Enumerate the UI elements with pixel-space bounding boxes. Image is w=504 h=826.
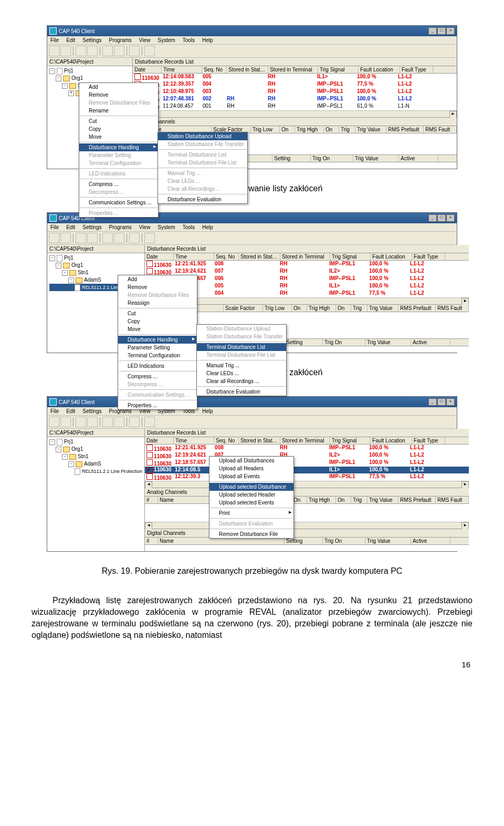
tree-toggle-icon[interactable]: - bbox=[56, 263, 61, 269]
tool-btn-1[interactable] bbox=[49, 417, 59, 427]
menu-item[interactable]: Copy bbox=[79, 125, 158, 133]
menu-item[interactable]: Upload selected Disturbance bbox=[209, 483, 293, 491]
menu-item[interactable]: Copy bbox=[118, 317, 197, 325]
menu-item[interactable]: Disturbance Evaluation bbox=[158, 195, 247, 203]
menu-help[interactable]: Help bbox=[201, 224, 215, 231]
menu-item[interactable]: Upload all Headers bbox=[209, 464, 293, 472]
tree-org[interactable]: Org1 bbox=[71, 446, 83, 453]
tool-btn-7[interactable] bbox=[129, 417, 140, 427]
tool-btn-2[interactable] bbox=[60, 233, 71, 243]
menu-item[interactable]: Manual Trig ... bbox=[158, 169, 247, 177]
menu-item[interactable]: Remove Disturbance Files bbox=[118, 291, 197, 299]
table-row[interactable]: 11063011:24:08.457001RHRHIMP--PSL161,0 %… bbox=[133, 103, 457, 110]
menu-help[interactable]: Help bbox=[201, 408, 215, 415]
close-button[interactable]: × bbox=[446, 398, 455, 406]
tree-stn[interactable]: Stn1 bbox=[78, 453, 89, 460]
tree-root[interactable]: Prj1 bbox=[64, 438, 74, 446]
menu-item[interactable]: Cut bbox=[118, 309, 197, 317]
menu-item[interactable]: Upload selected Header bbox=[209, 491, 293, 499]
menu-settings[interactable]: Settings bbox=[81, 224, 103, 231]
menu-settings[interactable]: Settings bbox=[81, 37, 103, 44]
menu-item[interactable]: Remove Disturbance Files bbox=[79, 99, 158, 107]
close-button[interactable]: × bbox=[446, 27, 455, 35]
tree-sub[interactable]: AdamS bbox=[84, 460, 101, 468]
scroll-right-icon[interactable]: ► bbox=[461, 298, 469, 305]
tree-sub[interactable]: AdamS bbox=[84, 276, 101, 284]
tree-toggle-icon[interactable]: - bbox=[62, 454, 68, 460]
menu-item[interactable]: Terminal Disturbance List bbox=[197, 343, 286, 351]
menu-item[interactable]: LED Indications bbox=[79, 170, 158, 178]
maximize-button[interactable]: □ bbox=[437, 214, 446, 222]
table-row[interactable]: 11063012:07:48.381002RHRHIMP--PSL1100,0 … bbox=[133, 96, 457, 103]
menu-item[interactable]: Move bbox=[118, 325, 197, 333]
menu-programs[interactable]: Programs bbox=[108, 224, 133, 231]
tree-toggle-icon[interactable]: - bbox=[56, 76, 61, 81]
menu-settings[interactable]: Settings bbox=[81, 408, 103, 415]
table-row[interactable]: 11063012:21:41.925008RHIMP--PSL1100,0 %L… bbox=[145, 261, 469, 268]
menu-tools[interactable]: Tools bbox=[181, 224, 196, 231]
table-row[interactable]: 11063012:19:24.621007RHIL2>100,0 %L1-L2 bbox=[145, 452, 469, 459]
tree-terminal[interactable]: REL5111.2.1 Line Protection bbox=[82, 468, 142, 475]
tool-btn-5[interactable] bbox=[102, 417, 113, 427]
menu-item[interactable]: Rename bbox=[79, 107, 158, 115]
tree-toggle-icon[interactable]: - bbox=[68, 461, 74, 467]
tool-btn-1[interactable] bbox=[49, 233, 59, 243]
menu-item[interactable]: Terminal Configuration bbox=[118, 352, 197, 359]
context-menu-main[interactable]: AddRemoveRemove Disturbance FilesRenameC… bbox=[79, 82, 159, 218]
menu-item[interactable]: Terminal Disturbance File List bbox=[158, 159, 247, 167]
tree-root[interactable]: Prj1 bbox=[64, 254, 74, 262]
menu-item[interactable]: Terminal Disturbance List bbox=[158, 151, 247, 159]
table-row[interactable]: 11063012:21:41.925008RHIMP--PSL1100,0 %L… bbox=[145, 445, 469, 452]
menu-item[interactable]: Print bbox=[209, 509, 293, 517]
scroll-right-icon[interactable]: ► bbox=[461, 522, 469, 530]
tool-btn-2[interactable] bbox=[60, 46, 71, 56]
menu-item[interactable]: Decompress ... bbox=[79, 188, 158, 196]
table-row[interactable]: 11063012:10:48.975003RHIMP--PSL1100,0 %L… bbox=[133, 88, 457, 96]
scroll-right-icon[interactable]: ► bbox=[449, 111, 457, 118]
menu-item[interactable]: Clear all Recordings ... bbox=[197, 377, 286, 385]
minimize-button[interactable]: _ bbox=[428, 214, 437, 222]
close-button[interactable]: × bbox=[446, 214, 455, 222]
table-row[interactable]: 11063012:14:08.5RHIL1>100,0 %L1-L2 bbox=[145, 467, 469, 473]
tree-toggle-icon[interactable]: - bbox=[49, 255, 55, 261]
menu-item[interactable]: Communication Settings ... bbox=[79, 199, 158, 206]
scroll-left-icon[interactable]: ◄ bbox=[145, 481, 152, 489]
menu-item[interactable]: Disturbance Evaluation bbox=[197, 388, 286, 396]
tree-toggle-icon[interactable]: - bbox=[49, 439, 55, 445]
tool-btn-8[interactable] bbox=[144, 233, 155, 243]
menu-item[interactable]: Disturbance Evaluation bbox=[209, 520, 293, 528]
tool-btn-4[interactable] bbox=[87, 417, 98, 427]
menu-item[interactable]: Disturbance Handling bbox=[118, 336, 197, 344]
table-row[interactable]: 11063012:12:39.3RHIMP--PSL177,5 %L1-L2 bbox=[145, 473, 469, 481]
menu-item[interactable]: Disturbance Handling bbox=[79, 143, 158, 151]
menu-item[interactable]: Remove bbox=[118, 283, 197, 291]
context-menu-main[interactable]: AddRemoveRemove Disturbance FilesReassig… bbox=[118, 275, 197, 410]
minimize-button[interactable]: _ bbox=[428, 27, 437, 35]
menu-item[interactable]: Compress ... bbox=[79, 180, 158, 188]
menu-item[interactable]: Upload selected Events bbox=[209, 499, 293, 507]
minimize-button[interactable]: _ bbox=[428, 398, 437, 406]
menu-item[interactable]: Reassign bbox=[118, 299, 197, 307]
tree-toggle-icon[interactable]: - bbox=[56, 447, 61, 452]
menu-item[interactable]: LED Indications bbox=[118, 362, 197, 370]
menu-item[interactable]: Add bbox=[79, 83, 158, 91]
menu-item[interactable]: Move bbox=[79, 133, 158, 141]
menu-view[interactable]: View bbox=[138, 37, 152, 44]
context-menu-record[interactable]: Upload all DisturbancesUpload all Header… bbox=[209, 456, 294, 539]
menu-file[interactable]: File bbox=[49, 37, 60, 44]
tool-btn-2[interactable] bbox=[60, 417, 71, 427]
menu-file[interactable]: File bbox=[49, 408, 60, 415]
tool-btn-4[interactable] bbox=[87, 233, 98, 243]
table-row[interactable]: 11063012:12:39.357004RHIMP--PSL177,5 %L1… bbox=[133, 81, 457, 88]
menu-item[interactable]: Compress ... bbox=[118, 373, 197, 380]
menu-item[interactable]: Clear LEDs ... bbox=[158, 177, 247, 185]
menu-programs[interactable]: Programs bbox=[108, 37, 133, 44]
tool-btn-3[interactable] bbox=[76, 46, 86, 56]
tool-btn-1[interactable] bbox=[49, 46, 59, 56]
menu-item[interactable]: Add bbox=[118, 275, 197, 283]
menu-edit[interactable]: Edit bbox=[65, 224, 77, 231]
menu-item[interactable]: Upload all Disturbances bbox=[209, 457, 293, 464]
menu-item[interactable]: Terminal Configuration bbox=[79, 159, 158, 167]
menu-item[interactable]: Parameter Setting bbox=[79, 151, 158, 159]
menu-item[interactable]: Station Disturbance Upload bbox=[197, 325, 286, 333]
